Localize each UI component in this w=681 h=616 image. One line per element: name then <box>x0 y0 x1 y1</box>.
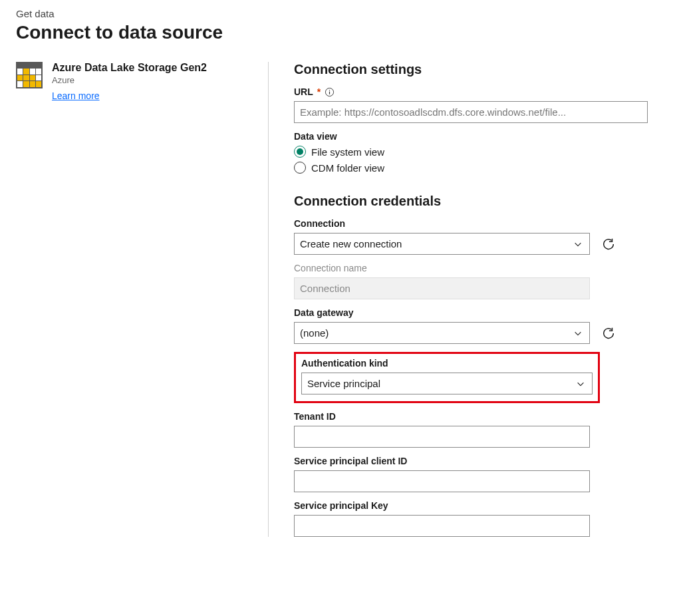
auth-kind-select[interactable]: Service principal <box>301 373 593 394</box>
page-title: Connect to data source <box>16 22 665 43</box>
info-icon <box>325 87 335 97</box>
learn-more-link[interactable]: Learn more <box>52 90 100 101</box>
tenant-id-label: Tenant ID <box>294 411 665 422</box>
connection-label: Connection <box>294 218 665 229</box>
data-gateway-select[interactable]: (none) <box>294 322 590 344</box>
url-label: URL * <box>294 86 665 97</box>
sp-client-id-input[interactable] <box>294 470 590 492</box>
refresh-icon <box>601 326 616 341</box>
data-view-label: Data view <box>294 131 665 142</box>
refresh-icon <box>601 237 616 251</box>
chevron-down-icon <box>573 329 583 338</box>
connection-settings-heading: Connection settings <box>294 62 665 77</box>
connection-credentials-heading: Connection credentials <box>294 194 665 209</box>
connector-title: Azure Data Lake Storage Gen2 <box>52 62 207 74</box>
data-lake-icon <box>16 62 43 88</box>
connector-subtitle: Azure <box>52 75 207 85</box>
refresh-connection-button[interactable] <box>601 236 616 252</box>
auth-kind-highlight: Authentication kind Service principal <box>294 352 600 403</box>
required-asterisk: * <box>317 86 321 97</box>
chevron-down-icon <box>576 379 585 388</box>
url-input[interactable] <box>294 101 648 123</box>
connection-name-input <box>294 277 590 299</box>
chevron-down-icon <box>573 239 583 249</box>
connector-panel: Azure Data Lake Storage Gen2 Azure Learn… <box>16 62 269 537</box>
connection-select[interactable]: Create new connection <box>294 233 590 255</box>
refresh-gateway-button[interactable] <box>601 325 616 341</box>
radio-cdm-folder-view[interactable]: CDM folder view <box>294 162 665 174</box>
radio-file-system-view[interactable]: File system view <box>294 146 665 158</box>
breadcrumb: Get data <box>16 8 665 19</box>
data-gateway-label: Data gateway <box>294 307 665 318</box>
radio-label: CDM folder view <box>311 162 384 174</box>
sp-key-input[interactable] <box>294 515 590 537</box>
radio-selected-icon <box>294 146 306 158</box>
sp-client-id-label: Service principal client ID <box>294 456 665 466</box>
radio-label: File system view <box>311 146 384 158</box>
auth-kind-label: Authentication kind <box>301 358 593 369</box>
radio-unselected-icon <box>294 162 306 174</box>
tenant-id-input[interactable] <box>294 426 590 448</box>
sp-key-label: Service principal Key <box>294 500 665 511</box>
svg-point-1 <box>329 90 330 90</box>
connection-name-label: Connection name <box>294 263 665 273</box>
